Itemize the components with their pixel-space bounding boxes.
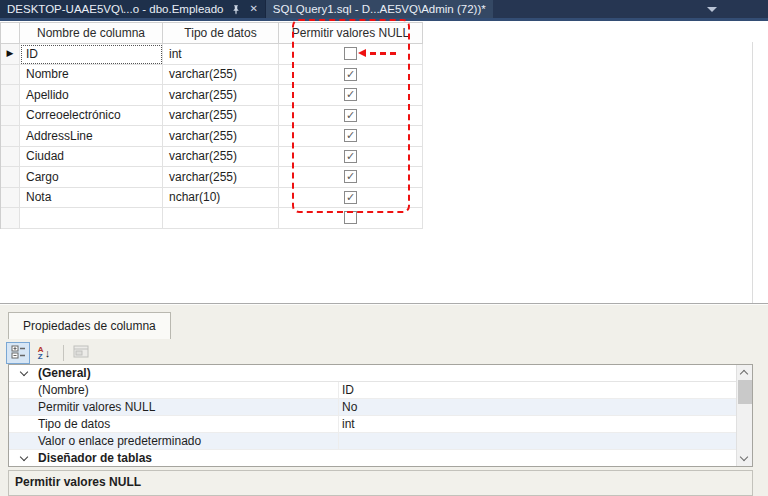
row-selector[interactable]	[1, 208, 20, 229]
property-value[interactable]: ID	[342, 383, 354, 397]
sort-alphabetical-button[interactable]: AZ ↓	[32, 342, 56, 364]
property-row-allow-nulls: Permitir valores NULL No	[9, 399, 738, 416]
designer-right-border	[752, 42, 753, 325]
table-row: Nota nchar(10) ✓	[1, 188, 423, 209]
splitter-highlight	[0, 304, 768, 305]
grid-header-row: Nombre de columna Tipo de datos Permitir…	[1, 23, 423, 44]
allow-nulls-cell: ✓	[279, 85, 423, 106]
tab-table-designer[interactable]: DESKTOP-UAAE5VQ\...o - dbo.Empleado ✕	[0, 0, 265, 18]
table-row: Ciudad varchar(255) ✓	[1, 147, 423, 168]
tab-sql-query-label: SQLQuery1.sql - D...AE5VQ\Admin (72))*	[273, 3, 486, 15]
grid-corner-cell	[1, 23, 20, 44]
allow-nulls-checkbox[interactable]: ✓	[344, 170, 357, 183]
property-description-title: Permitir valores NULL	[15, 475, 141, 489]
allow-nulls-cell: ✓	[279, 147, 423, 168]
allow-nulls-cell: ✓	[279, 167, 423, 188]
scrollbar-thumb[interactable]	[738, 380, 752, 404]
property-category-table-designer[interactable]: Diseñador de tablas	[9, 450, 738, 467]
table-row: ▶ ID int	[1, 44, 423, 65]
toolbar-separator	[63, 345, 64, 361]
tab-column-properties[interactable]: Propiedades de columna	[8, 312, 171, 339]
data-type-cell[interactable]: varchar(255)	[163, 85, 279, 106]
pin-icon[interactable]	[231, 4, 241, 15]
allow-nulls-checkbox[interactable]	[344, 211, 357, 224]
data-type-cell[interactable]: nchar(10)	[163, 188, 279, 209]
column-properties-panel: Propiedades de columna AZ ↓	[0, 304, 768, 496]
property-row-data-type: Tipo de datos int	[9, 416, 738, 433]
scroll-up-icon[interactable]	[741, 369, 748, 376]
allow-nulls-checkbox[interactable]: ✓	[344, 129, 357, 142]
data-type-cell[interactable]: varchar(255)	[163, 126, 279, 147]
property-row-default-value: Valor o enlace predeterminado	[9, 433, 738, 450]
property-grid-scrollbar[interactable]	[736, 365, 752, 466]
header-data-type: Tipo de datos	[163, 23, 279, 44]
allow-nulls-cell: ✓	[279, 106, 423, 127]
table-row: Correoelectrónico varchar(255) ✓	[1, 106, 423, 127]
table-row: Apellido varchar(255) ✓	[1, 85, 423, 106]
allow-nulls-checkbox[interactable]: ✓	[344, 88, 357, 101]
property-pages-button[interactable]	[69, 342, 93, 364]
data-type-cell[interactable]	[163, 208, 279, 229]
data-type-cell[interactable]: varchar(255)	[163, 65, 279, 86]
property-row-nombre: (Nombre) ID	[9, 382, 738, 399]
allow-nulls-cell: ✓	[279, 126, 423, 147]
header-column-name: Nombre de columna	[20, 23, 163, 44]
allow-nulls-cell	[279, 44, 423, 65]
row-selector[interactable]	[1, 85, 20, 106]
allow-nulls-checkbox[interactable]: ✓	[344, 68, 357, 81]
row-selector[interactable]	[1, 106, 20, 127]
allow-nulls-checkbox[interactable]: ✓	[344, 150, 357, 163]
column-name-cell[interactable]: ID	[20, 44, 163, 65]
property-grid: (General) (Nombre) ID Permitir valores N…	[8, 364, 753, 467]
row-selector[interactable]	[1, 65, 20, 86]
close-icon[interactable]: ✕	[249, 4, 257, 14]
data-type-cell[interactable]: varchar(255)	[163, 167, 279, 188]
data-type-cell[interactable]: varchar(255)	[163, 106, 279, 127]
categorized-icon	[11, 345, 26, 362]
property-category-general[interactable]: (General)	[9, 365, 738, 382]
sort-alphabetical-icon: AZ ↓	[38, 346, 50, 360]
categorized-button[interactable]	[6, 342, 30, 364]
table-row-empty	[1, 208, 423, 229]
row-selector[interactable]	[1, 126, 20, 147]
table-row: Cargo varchar(255) ✓	[1, 167, 423, 188]
table-row: Nombre varchar(255) ✓	[1, 65, 423, 86]
property-label: Permitir valores NULL	[38, 400, 155, 414]
property-value[interactable]: int	[342, 417, 355, 431]
property-value[interactable]: No	[342, 400, 357, 414]
data-type-cell[interactable]: varchar(255)	[163, 147, 279, 168]
column-name-cell[interactable]: Correoelectrónico	[20, 106, 163, 127]
allow-nulls-cell: ✓	[279, 65, 423, 86]
scroll-down-icon[interactable]	[741, 455, 748, 462]
column-name-cell[interactable]: AddressLine	[20, 126, 163, 147]
allow-nulls-cell	[279, 208, 423, 229]
allow-nulls-checkbox[interactable]: ✓	[344, 109, 357, 122]
table-designer-grid: Nombre de columna Tipo de datos Permitir…	[0, 22, 423, 229]
data-type-cell[interactable]: int	[163, 44, 279, 65]
row-selector[interactable]: ▶	[1, 44, 20, 65]
chevron-down-icon[interactable]	[20, 368, 28, 376]
allow-nulls-checkbox[interactable]	[344, 47, 357, 60]
column-name-cell[interactable]: Cargo	[20, 167, 163, 188]
column-name-cell[interactable]: Nombre	[20, 65, 163, 86]
properties-toolbar: AZ ↓	[6, 341, 95, 365]
document-tab-bar: DESKTOP-UAAE5VQ\...o - dbo.Empleado ✕ SQ…	[0, 0, 768, 18]
property-label: (Nombre)	[38, 383, 89, 397]
tab-sql-query[interactable]: SQLQuery1.sql - D...AE5VQ\Admin (72))*	[265, 0, 493, 18]
property-description-pane: Permitir valores NULL	[8, 470, 753, 496]
row-selector[interactable]	[1, 188, 20, 209]
column-name-cell[interactable]: Ciudad	[20, 147, 163, 168]
row-selector[interactable]	[1, 147, 20, 168]
row-selector[interactable]	[1, 167, 20, 188]
tab-column-properties-label: Propiedades de columna	[23, 319, 156, 333]
column-name-cell[interactable]	[20, 208, 163, 229]
property-label: Tipo de datos	[38, 417, 110, 431]
column-name-cell[interactable]: Apellido	[20, 85, 163, 106]
property-pages-icon	[73, 345, 89, 361]
tab-list-dropdown-icon[interactable]	[707, 7, 717, 12]
table-row: AddressLine varchar(255) ✓	[1, 126, 423, 147]
ssms-window: DESKTOP-UAAE5VQ\...o - dbo.Empleado ✕ SQ…	[0, 0, 768, 496]
chevron-down-icon[interactable]	[20, 453, 28, 461]
column-name-cell[interactable]: Nota	[20, 188, 163, 209]
allow-nulls-checkbox[interactable]: ✓	[344, 191, 357, 204]
